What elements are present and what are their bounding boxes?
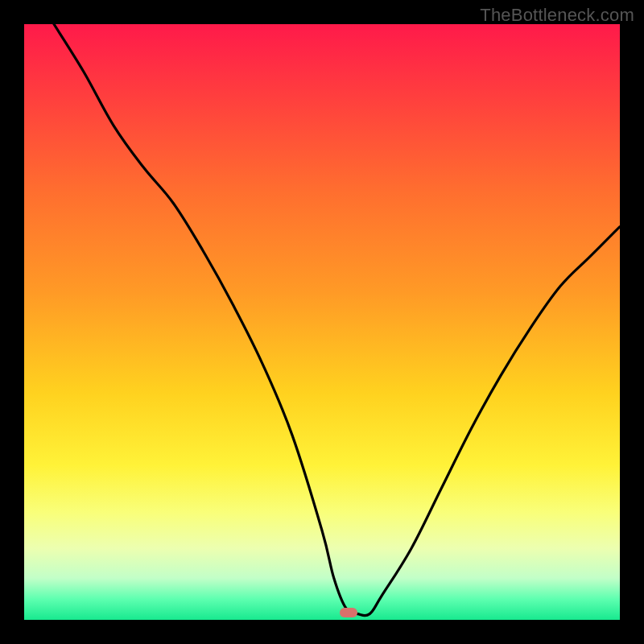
chart-stage: TheBottleneck.com: [0, 0, 644, 644]
plot-area: [24, 24, 620, 620]
watermark-text: TheBottleneck.com: [480, 5, 634, 26]
bottleneck-curve: [24, 24, 620, 620]
optimum-marker: [340, 608, 357, 617]
